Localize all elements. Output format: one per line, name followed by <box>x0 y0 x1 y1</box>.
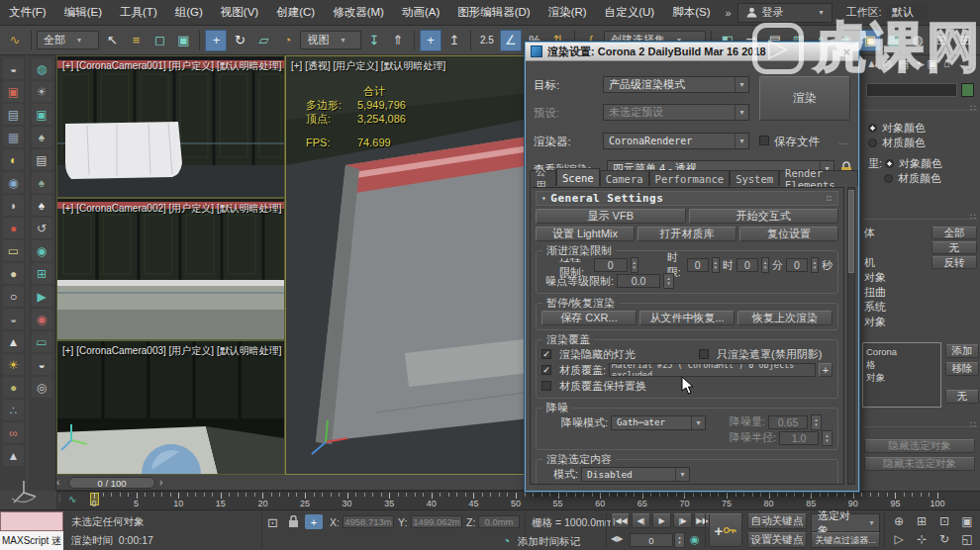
camera-add-icon[interactable]: ◉ <box>32 309 52 329</box>
prev-frame-arrow[interactable]: ‹ <box>56 477 59 488</box>
hide-category-row[interactable]: 无 <box>860 240 980 255</box>
viewport-camera002[interactable]: [+] [CoronaCamera002] [用户定义] [默认明暗处理] <box>56 198 285 340</box>
particles-icon[interactable]: ∴ <box>3 400 24 420</box>
auto-key-button[interactable]: 自动关键点 <box>747 513 807 529</box>
tab-scene[interactable]: Scene <box>556 168 600 186</box>
rotate-icon[interactable]: ↻ <box>229 30 250 51</box>
start-interactive-button[interactable]: 开始交互式 <box>689 209 839 224</box>
spinner[interactable]: ▴▾ <box>811 257 819 273</box>
add-button[interactable]: 添加 <box>945 344 979 358</box>
trees-dense-icon[interactable]: ♠ <box>32 172 52 193</box>
workspace-dropdown[interactable]: 默认 <box>886 4 928 21</box>
sphere-olive-icon[interactable]: ● <box>3 377 24 398</box>
frame-readout[interactable]: 0 / 100 <box>68 477 155 489</box>
sun-gray-icon[interactable]: ☀ <box>32 81 52 102</box>
minutes-field[interactable]: 0 <box>736 258 758 272</box>
up-axis-icon[interactable]: ↥ <box>443 30 465 51</box>
zoom-icon[interactable]: ⊕ <box>888 512 910 529</box>
category-none-button[interactable]: 无 <box>931 241 977 254</box>
render-production-icon[interactable]: ◍ <box>907 30 929 51</box>
list-item[interactable]: Corona <box>866 345 937 358</box>
show-vfb-button[interactable]: 显示 VFB <box>536 209 686 224</box>
select-by-name-icon[interactable]: ≡ <box>125 30 147 51</box>
denoise-amount-field[interactable]: 0.65 <box>768 415 808 429</box>
molecule-icon[interactable]: ∞ <box>3 422 24 443</box>
monitor-icon[interactable]: ▭ <box>32 331 52 352</box>
object-name-field[interactable] <box>866 83 957 97</box>
maxscript-listener-pink[interactable] <box>0 511 63 531</box>
monitor-play-icon[interactable]: ▶ <box>32 286 52 307</box>
moon-icon[interactable]: ◗ <box>3 195 24 216</box>
pivot-center-icon[interactable]: ⇑ <box>387 30 409 51</box>
hide-unselected-button[interactable]: 隐藏未选定对象 <box>864 457 975 471</box>
render-occlude-checkbox[interactable] <box>699 349 709 359</box>
menu-item[interactable]: 文件(F) <box>0 5 55 20</box>
hide-category-row[interactable]: 系统 <box>860 300 980 315</box>
remove-button[interactable]: 移除 <box>945 362 979 376</box>
sphere-white-icon[interactable]: ○ <box>3 286 24 307</box>
dialog-title-bar[interactable]: 渲染设置: Corona 2 DailyBuild Mar 16 2018 × <box>526 43 858 61</box>
trees-icon[interactable]: ♠ <box>32 127 52 147</box>
set-keys-button[interactable]: + <box>709 513 742 547</box>
lightmix-button[interactable]: 设置 LightMix <box>536 227 635 241</box>
spinner[interactable]: ▴▾ <box>822 430 833 446</box>
menu-item[interactable]: 创建(C) <box>267 5 324 20</box>
y-coordinate-field[interactable]: 1499.062m <box>411 515 462 528</box>
select-link-icon[interactable]: ∿ <box>4 30 26 51</box>
add-time-tag[interactable]: 添加时间标记 <box>518 535 580 549</box>
viewport-camera003[interactable]: [+] [CoronaCamera003] [用户定义] [默认明暗处理] <box>56 340 285 475</box>
hide-category-row[interactable]: 对象 <box>860 315 980 329</box>
radio-material-color-2[interactable]: 材质颜色 <box>864 171 946 186</box>
mini-curve-editor-icon[interactable]: ∿ <box>68 494 76 504</box>
z-coordinate-field[interactable]: 0.0mm <box>478 515 520 528</box>
menu-item[interactable]: 图形编辑器(D) <box>448 5 539 20</box>
zoom-extents-all-icon[interactable]: ▣ <box>956 512 978 529</box>
tab-system[interactable]: System <box>730 170 779 186</box>
hide-category-list[interactable]: Corona格对象 <box>862 342 941 408</box>
menu-item[interactable]: 渲染(R) <box>539 5 596 20</box>
override-material-add-button[interactable]: + <box>819 363 833 377</box>
reset-settings-button[interactable]: 复位设置 <box>739 227 838 241</box>
key-step-toggle-icon[interactable]: ◀▶ <box>611 534 623 543</box>
viewport2-label[interactable]: [+] [CoronaCamera002] [用户定义] [默认明暗处理] <box>62 202 281 216</box>
scale-icon[interactable]: ▱ <box>252 30 274 51</box>
render-selected-mode-dropdown[interactable]: Disabled▾ <box>581 467 690 482</box>
use-pivot-point-icon[interactable]: + <box>420 30 441 51</box>
viewport3-label[interactable]: [+] [CoronaCamera003] [用户定义] [默认明暗处理] <box>62 344 281 358</box>
list-item[interactable]: 格 <box>866 358 937 371</box>
next-frame-button[interactable]: |▶ <box>673 513 692 528</box>
menu-item[interactable]: 自定义(U) <box>596 5 663 20</box>
schedule-icon[interactable]: ▦ <box>3 127 24 147</box>
move-icon[interactable]: + <box>205 30 227 51</box>
radio-material-color[interactable]: 材质颜色 <box>864 136 946 150</box>
bulb-gear-icon[interactable]: ◎ <box>32 377 52 398</box>
render-setup-icon[interactable]: ▣ <box>859 30 881 51</box>
sphere-tan-icon[interactable]: ● <box>3 263 24 284</box>
close-icon[interactable]: × <box>839 45 853 59</box>
menu-item[interactable]: 脚本(S) <box>663 5 719 20</box>
light-key-icon[interactable]: ◐ <box>3 149 24 170</box>
save-cxr-button[interactable]: 保存 CXR... <box>541 311 637 325</box>
set-key-button[interactable]: 设置关键点 <box>747 532 807 548</box>
hide-category-row[interactable]: 体全部 <box>860 226 980 240</box>
current-frame-field[interactable]: 0 <box>630 533 673 547</box>
prev-frame-button[interactable]: ◀| <box>632 513 650 528</box>
spinner[interactable]: ▴▾ <box>663 273 674 289</box>
dialog-scrollbar[interactable] <box>847 187 855 485</box>
denoise-mode-dropdown[interactable]: Gath⋯ater▾ <box>611 415 706 430</box>
menu-overflow-icon[interactable]: » <box>719 7 736 19</box>
viewport-camera001[interactable]: [+] [CoronaCamera001] [用户定义] [默认明暗处理] <box>56 55 285 198</box>
teapot-gray-icon[interactable]: ◒ <box>3 309 24 329</box>
angle-snap-icon[interactable]: ∠ <box>500 30 522 51</box>
bulb-teal-icon[interactable]: ◍ <box>32 58 52 79</box>
viewport1-label[interactable]: [+] [CoronaCamera001] [用户定义] [默认明暗处理] <box>62 59 281 73</box>
object-color-swatch[interactable] <box>961 83 974 97</box>
radio-object-color-2[interactable]: 里:对象颜色 <box>864 156 946 171</box>
radio-object-color[interactable]: 对象颜色 <box>864 121 946 136</box>
transform-typein-icon[interactable]: + <box>305 514 323 529</box>
next-frame-arrow[interactable]: › <box>159 477 162 488</box>
sun-icon[interactable]: ☀ <box>3 354 24 375</box>
spinner[interactable]: ▴▾ <box>761 257 769 273</box>
red-camera-icon[interactable]: ● <box>3 218 24 238</box>
pan-view-icon[interactable]: ⊞ <box>32 263 52 284</box>
